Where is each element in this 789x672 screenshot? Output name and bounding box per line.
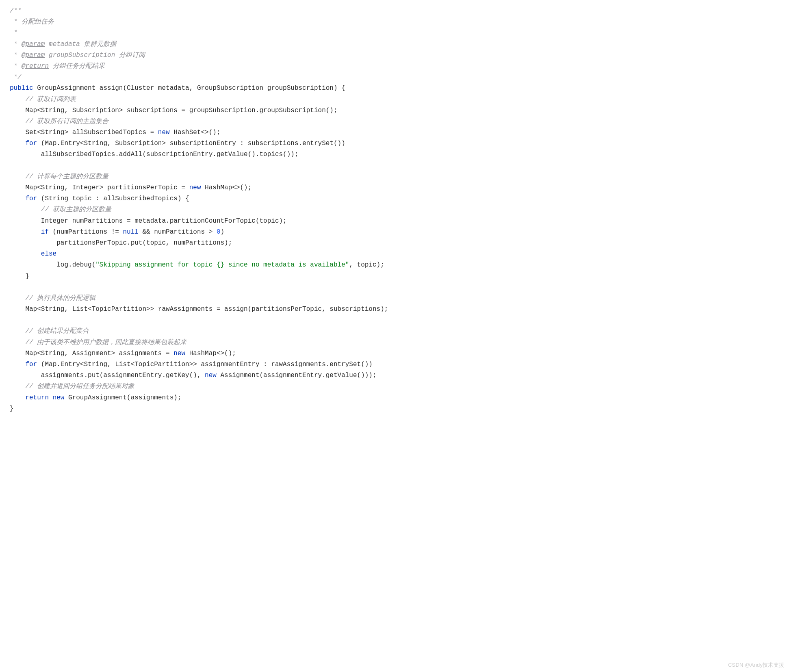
code-line: for (Map.Entry<String, Subscription> sub…: [10, 140, 345, 147]
code-line: log.debug("Skipping assignment for topic…: [10, 261, 384, 269]
javadoc-line: * @param groupSubscription 分组订阅: [10, 52, 145, 59]
code-block: /** * 分配组任务 * * @param metadata 集群元数据 * …: [0, 0, 789, 420]
code-line: // 由于该类不维护用户数据，因此直接将结果包装起来: [10, 339, 186, 346]
code-line: // 执行具体的分配逻辑: [10, 295, 95, 302]
code-line: // 获取主题的分区数量: [10, 206, 111, 213]
code-line: // 获取所有订阅的主题集合: [10, 118, 108, 125]
code-line: partitionsPerTopic.put(topic, numPartiti…: [10, 239, 232, 247]
code-line: }: [10, 273, 29, 280]
javadoc-line: *: [10, 29, 17, 37]
code-line: Map<String, Subscription> subscriptions …: [10, 107, 338, 114]
code-line: Integer numPartitions = metadata.partiti…: [10, 217, 287, 225]
code-line: Map<String, Assignment> assignments = ne…: [10, 350, 236, 357]
code-line: Set<String> allSubscribedTopics = new Ha…: [10, 129, 221, 136]
code-line: assignments.put(assignmentEntry.getKey()…: [10, 372, 377, 379]
code-line: if (numPartitions != null && numPartitio…: [10, 228, 224, 236]
code-line: else: [10, 250, 56, 258]
javadoc-line: * 分配组任务: [10, 18, 54, 26]
code-line: return new GroupAssignment(assignments);: [10, 394, 181, 401]
javadoc-line: * @return 分组任务分配结果: [10, 63, 105, 70]
javadoc-open: /**: [10, 7, 22, 15]
code-line: // 创建结果分配集合: [10, 327, 89, 335]
code-line: // 获取订阅列表: [10, 96, 76, 103]
code-line: // 计算每个主题的分区数量: [10, 173, 108, 180]
code-line: Map<String, List<TopicPartition>> rawAss…: [10, 306, 388, 313]
code-line: for (String topic : allSubscribedTopics)…: [10, 195, 189, 202]
code-content: /** * 分配组任务 * * @param metadata 集群元数据 * …: [10, 6, 787, 414]
javadoc-line: * @param metadata 集群元数据: [10, 41, 116, 48]
code-line: for (Map.Entry<String, List<TopicPartiti…: [10, 361, 373, 368]
method-signature: public GroupAssignment assign(Cluster me…: [10, 85, 345, 92]
code-line: // 创建并返回分组任务分配结果对象: [10, 383, 134, 390]
javadoc-close: */: [10, 74, 22, 81]
code-line: allSubscribedTopics.addAll(subscriptionE…: [10, 151, 299, 158]
code-line: Map<String, Integer> partitionsPerTopic …: [10, 184, 251, 191]
code-line: }: [10, 405, 14, 412]
